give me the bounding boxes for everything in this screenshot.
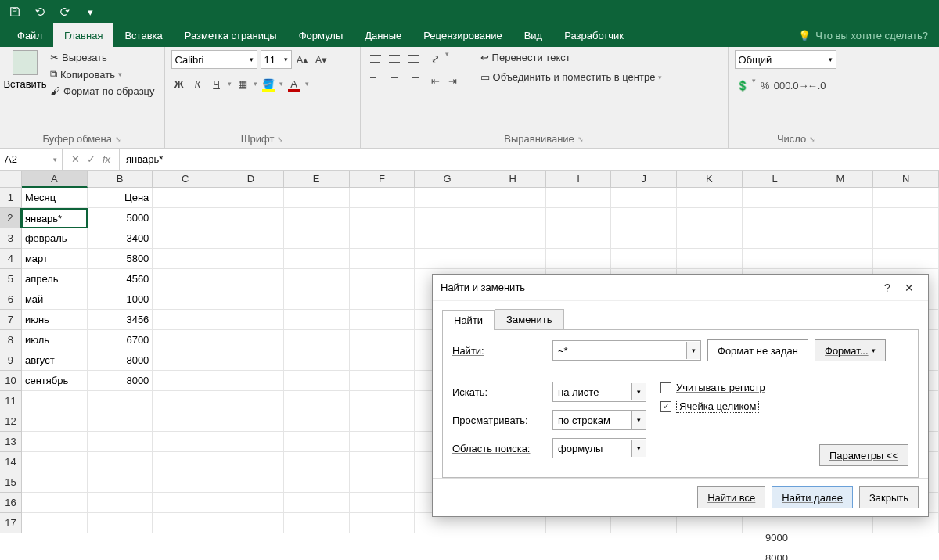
cell[interactable]: [873, 249, 939, 269]
cell[interactable]: [218, 249, 284, 269]
column-header-C[interactable]: C: [153, 171, 218, 188]
italic-button[interactable]: К: [190, 75, 206, 92]
row-header[interactable]: 16: [0, 493, 22, 513]
cell[interactable]: [218, 208, 284, 228]
row-header[interactable]: 10: [0, 371, 22, 391]
cell[interactable]: [350, 350, 416, 371]
cell[interactable]: [284, 330, 350, 350]
cell[interactable]: [873, 228, 939, 249]
cell[interactable]: [88, 391, 153, 411]
match-case-checkbox[interactable]: Учитывать регистр: [660, 382, 765, 393]
cell[interactable]: [218, 472, 284, 493]
align-top-button[interactable]: [367, 50, 384, 67]
cell[interactable]: [218, 310, 284, 330]
cell[interactable]: [153, 513, 218, 533]
cell[interactable]: [350, 228, 416, 249]
row-header[interactable]: 15: [0, 472, 22, 493]
dialog-help-icon[interactable]: ?: [876, 282, 898, 294]
underline-button[interactable]: Ч: [209, 75, 225, 92]
cell[interactable]: [743, 208, 808, 228]
look-by-select[interactable]: по строкам▾: [552, 410, 646, 430]
cell[interactable]: [873, 208, 939, 228]
tab-view[interactable]: Вид: [513, 23, 554, 47]
cell[interactable]: [350, 432, 416, 452]
tab-data[interactable]: Данные: [354, 23, 412, 47]
cell[interactable]: [415, 249, 480, 269]
look-in-select[interactable]: формулы▾: [552, 438, 646, 458]
row-header[interactable]: 17: [0, 513, 22, 533]
cell[interactable]: [611, 188, 677, 208]
cell[interactable]: [153, 350, 218, 371]
cell[interactable]: [350, 249, 416, 269]
cell[interactable]: [284, 391, 350, 411]
cell[interactable]: [743, 188, 808, 208]
cell[interactable]: [153, 411, 218, 432]
column-header-B[interactable]: B: [88, 171, 153, 188]
undo-icon[interactable]: [31, 3, 49, 20]
cell[interactable]: [350, 493, 416, 513]
alignment-launcher-icon[interactable]: ⤡: [577, 135, 584, 143]
column-header-J[interactable]: J: [611, 171, 677, 188]
cell[interactable]: [415, 228, 480, 249]
cell[interactable]: май: [22, 289, 88, 310]
font-color-button[interactable]: A: [286, 75, 302, 92]
cell[interactable]: [284, 513, 350, 533]
cell[interactable]: [350, 391, 416, 411]
cell[interactable]: [873, 188, 939, 208]
cell[interactable]: [153, 493, 218, 513]
cell[interactable]: [218, 188, 284, 208]
cell[interactable]: [218, 411, 284, 432]
row-header[interactable]: 3: [0, 228, 22, 249]
cell[interactable]: 8000: [88, 371, 153, 391]
cell[interactable]: [808, 228, 874, 249]
cell[interactable]: [284, 350, 350, 371]
row-header[interactable]: 6: [0, 289, 22, 310]
cell[interactable]: [284, 310, 350, 330]
cell[interactable]: июль: [22, 330, 88, 350]
formula-input[interactable]: январь*: [120, 149, 939, 170]
row-header[interactable]: 5: [0, 269, 22, 289]
fill-color-button[interactable]: 🪣: [261, 75, 276, 92]
cell[interactable]: [153, 391, 218, 411]
column-header-E[interactable]: E: [284, 171, 350, 188]
align-middle-button[interactable]: [386, 50, 403, 67]
column-header-A[interactable]: A: [22, 171, 88, 188]
cell[interactable]: [22, 472, 88, 493]
cell[interactable]: [480, 228, 546, 249]
cell[interactable]: [350, 208, 416, 228]
percent-button[interactable]: %: [757, 77, 773, 94]
cell[interactable]: [611, 208, 677, 228]
cell[interactable]: [88, 452, 153, 472]
cell[interactable]: [88, 411, 153, 432]
cell[interactable]: [22, 411, 88, 432]
tab-file[interactable]: Файл: [6, 23, 53, 47]
tab-formulas[interactable]: Формулы: [288, 23, 354, 47]
cell[interactable]: [480, 208, 546, 228]
row-header[interactable]: 1: [0, 188, 22, 208]
tab-insert[interactable]: Вставка: [113, 23, 173, 47]
cell[interactable]: [22, 432, 88, 452]
cell[interactable]: [22, 493, 88, 513]
enter-formula-icon[interactable]: ✓: [85, 153, 97, 165]
cell[interactable]: [743, 228, 808, 249]
column-header-H[interactable]: H: [480, 171, 546, 188]
cell[interactable]: 5000: [88, 208, 153, 228]
cell[interactable]: [677, 188, 743, 208]
cell[interactable]: [546, 228, 612, 249]
cell[interactable]: 6700: [88, 330, 153, 350]
cell[interactable]: [480, 188, 546, 208]
cell[interactable]: [677, 208, 743, 228]
cell[interactable]: [284, 371, 350, 391]
cell[interactable]: [743, 249, 808, 269]
whole-cell-checkbox[interactable]: Ячейка целиком: [660, 400, 765, 413]
cancel-formula-icon[interactable]: ✕: [69, 153, 81, 165]
cell[interactable]: [350, 411, 416, 432]
orientation-button[interactable]: ⤢: [428, 50, 444, 67]
tab-developer[interactable]: Разработчик: [553, 23, 635, 47]
row-header[interactable]: 8: [0, 330, 22, 350]
cell[interactable]: апрель: [22, 269, 88, 289]
cell[interactable]: Цена: [88, 188, 153, 208]
accounting-format-button[interactable]: 💲: [735, 77, 750, 94]
cell[interactable]: июнь: [22, 310, 88, 330]
column-header-D[interactable]: D: [218, 171, 284, 188]
